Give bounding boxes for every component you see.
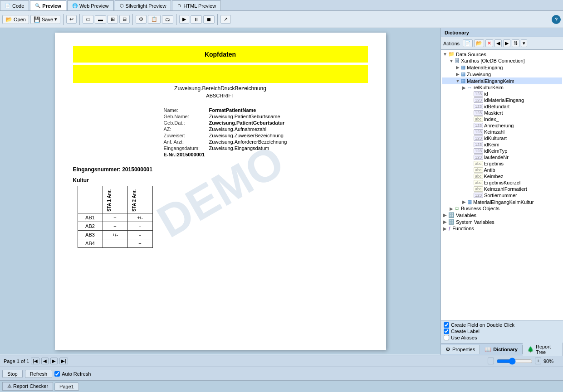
toolbar-icon-5: ⊟	[122, 16, 127, 22]
eingangsnummer-text: Eingangsnummer: 2015000001	[73, 166, 368, 173]
nav-last-button[interactable]: ▶|	[59, 358, 68, 364]
tree-xanthos[interactable]: ▼ 🗄 Xanthos [OleDB Connection]	[442, 58, 562, 64]
tree-field-item[interactable]: 123 Keimzahl	[442, 129, 562, 135]
expand-icon[interactable]: ▶	[442, 226, 448, 231]
tab-web-preview[interactable]: 🌐 Web Preview	[67, 0, 114, 10]
create-label-checkbox[interactable]	[444, 329, 449, 334]
field-name: Keimzahl	[484, 129, 504, 135]
tree-business-objects[interactable]: ▶ 🗂 Business Objects	[442, 205, 562, 212]
toolbar-btn-5[interactable]: ⊟	[119, 15, 130, 24]
create-field-checkbox[interactable]	[444, 322, 449, 328]
silverlight-icon: ⬡	[120, 3, 124, 8]
toolbar-btn-8[interactable]: 🗂	[162, 15, 173, 24]
html-icon: 🗋	[177, 3, 181, 8]
field-type-icon: abc	[474, 180, 483, 185]
dict-btab-properties[interactable]: ⚙ Properties	[441, 345, 480, 354]
toolbar-btn-10[interactable]: ⏸	[191, 15, 202, 24]
zoom-in-button[interactable]: +	[535, 358, 541, 364]
action-btn-nav-next[interactable]: ▶	[503, 39, 510, 47]
tree-field-item[interactable]: 123 id	[442, 91, 562, 97]
tree-system-variables[interactable]: ▶ 🔠 System Variables	[442, 218, 562, 225]
tree-field-item[interactable]: 123 Maskiert	[442, 110, 562, 116]
expand-icon[interactable]: ▶	[461, 199, 467, 204]
tree-field-item[interactable]: 123 Sortiernummer	[442, 192, 562, 198]
zoom-slider[interactable]	[496, 358, 533, 365]
tab-code[interactable]: 📄 Code	[0, 0, 29, 10]
action-btn-delete[interactable]: ✕	[485, 39, 493, 47]
refresh-button[interactable]: Refresh	[25, 370, 53, 378]
toolbar-icon-12: ↗	[224, 16, 228, 22]
action-btn-new[interactable]: 📄	[463, 39, 473, 47]
toolbar-btn-7[interactable]: 📋	[148, 15, 161, 24]
dictionary-tree[interactable]: ▼ 📁 Data Sources ▼ 🗄 Xanthos [OleDB Conn…	[441, 50, 563, 320]
tab-html-preview[interactable]: 🗋 HTML Preview	[172, 0, 221, 10]
action-btn-sort[interactable]: ⇅	[512, 39, 519, 47]
use-aliases-checkbox[interactable]	[444, 335, 449, 340]
preview-scroll-area[interactable]: DEMO Kopfdaten Zuweisung.BereichDruckBez…	[0, 28, 441, 355]
field-type-icon: abc	[474, 116, 483, 122]
tree-field-item[interactable]: abc Index_	[442, 116, 562, 122]
tree-functions[interactable]: ▶ ƒ Functions	[442, 225, 562, 232]
action-btn-open[interactable]: 📂	[474, 39, 484, 47]
tree-field-item[interactable]: 123 idBefundart	[442, 103, 562, 110]
expand-icon[interactable]: ▶	[455, 72, 461, 77]
expand-icon[interactable]: ▶	[448, 206, 455, 211]
toolbar-btn-2[interactable]: ▭	[83, 15, 93, 24]
nav-prev-button[interactable]: ◀	[41, 358, 49, 364]
zoom-out-button[interactable]: −	[488, 358, 494, 364]
tree-field-item[interactable]: 123 idKeim	[442, 141, 562, 148]
tree-field-item[interactable]: 123 idMaterialEingang	[442, 97, 562, 103]
tree-field-item[interactable]: abc Ergebnis	[442, 160, 562, 167]
tree-material-eingang[interactable]: ▶ ▦ MaterialEingang	[442, 64, 562, 71]
toolbar-btn-3[interactable]: ▬	[95, 15, 106, 24]
toolbar-btn-6[interactable]: ⚙	[136, 15, 147, 24]
page1-tab[interactable]: Page1	[54, 382, 79, 391]
field-name: Keimbez	[484, 174, 504, 179]
tree-rel-kultur-keim[interactable]: ▶ ↔ relKulturKeim	[442, 84, 562, 91]
open-button[interactable]: 📂 Open	[2, 15, 29, 24]
tree-material-eingang-keim[interactable]: ▼ ▦ MaterialEingangKeim	[442, 77, 562, 84]
tree-material-eingang-keim-kultur[interactable]: ▶ ▦ MaterialEingangKeimKultur	[442, 198, 562, 205]
tree-field-item[interactable]: 123 idKulturart	[442, 135, 562, 141]
tree-field-item[interactable]: abc KeimzahlFormatiert	[442, 186, 562, 192]
tab-silverlight-preview[interactable]: ⬡ Silverlight Preview	[115, 0, 171, 10]
toolbar-btn-4[interactable]: ⊞	[108, 15, 118, 24]
tree-field-item[interactable]: abc Antib	[442, 167, 562, 173]
expand-icon[interactable]: ▼	[455, 78, 461, 83]
auto-refresh-checkbox[interactable]	[54, 371, 60, 377]
dict-btab-report-tree[interactable]: 🌲 Report Tree	[523, 343, 563, 356]
expand-icon[interactable]: ▶	[442, 219, 448, 224]
gebname-value: Zuweisung.PatientGeburtsname	[209, 114, 280, 119]
row-sta1: -	[103, 239, 127, 248]
action-btn-dropdown[interactable]: ▾	[521, 39, 527, 47]
tab-preview[interactable]: 🔍 Preview	[30, 0, 66, 10]
expand-icon[interactable]: ▼	[448, 58, 455, 63]
tree-field-item[interactable]: abc ErgebnisKuerzel	[442, 179, 562, 186]
tree-data-sources[interactable]: ▼ 📁 Data Sources	[442, 51, 562, 58]
nav-first-button[interactable]: |◀	[31, 358, 39, 364]
tree-variables[interactable]: ▶ 🔠 Variables	[442, 212, 562, 218]
stop-button[interactable]: Stop	[2, 370, 23, 378]
expand-icon[interactable]: ▶	[455, 65, 461, 70]
tree-field-item[interactable]: 123 idKeimTyp	[442, 148, 562, 154]
tree-field-item[interactable]: 123 laufendeNr	[442, 154, 562, 160]
toolbar-btn-11[interactable]: ⏹	[203, 15, 215, 24]
action-btn-nav-prev[interactable]: ◀	[494, 39, 502, 47]
tree-zuweisung[interactable]: ▶ ▦ Zuweisung	[442, 71, 562, 77]
tree-field-item[interactable]: abc Keimbez	[442, 173, 562, 179]
toolbar-btn-12[interactable]: ↗	[220, 15, 231, 24]
data-sources-label: Data Sources	[456, 52, 486, 57]
expand-icon[interactable]: ▼	[442, 52, 448, 57]
save-button[interactable]: 💾 Save ▾	[30, 15, 60, 24]
sta1-rotated: STA 1 Anr.	[107, 189, 112, 212]
toolbar-btn-9[interactable]: ▶	[179, 15, 189, 24]
toolbar-btn-1[interactable]: ↩	[66, 15, 77, 24]
row-label: AB2	[78, 222, 103, 231]
tree-field-item[interactable]: 123 Anreicherung	[442, 122, 562, 129]
nav-next-button[interactable]: ▶	[50, 358, 58, 364]
expand-icon[interactable]: ▶	[461, 85, 467, 90]
dict-btab-dictionary[interactable]: 📖 Dictionary	[480, 345, 523, 354]
expand-icon[interactable]: ▶	[442, 213, 448, 218]
help-button[interactable]: ?	[552, 15, 561, 24]
report-checker-tab[interactable]: ⚠ Report Checker	[2, 382, 53, 391]
